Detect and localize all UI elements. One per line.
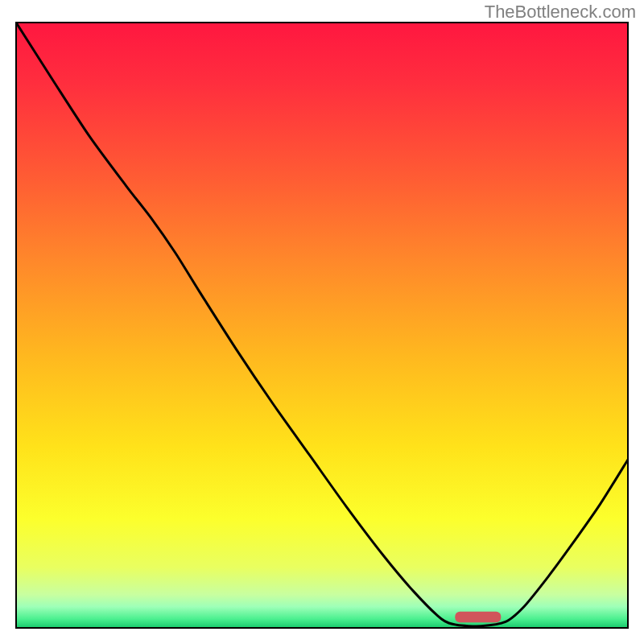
gradient-background: [16, 23, 628, 628]
optimal-marker: [455, 612, 501, 623]
bottleneck-chart: [0, 0, 644, 644]
watermark-text: TheBottleneck.com: [485, 2, 636, 23]
